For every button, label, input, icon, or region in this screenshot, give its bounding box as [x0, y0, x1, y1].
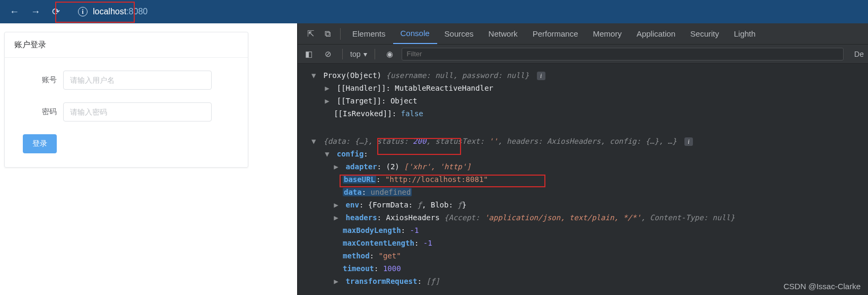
caret-right-icon[interactable]: ▶: [334, 160, 341, 173]
caret-right-icon[interactable]: ▶: [325, 94, 332, 107]
divider: [342, 49, 343, 59]
filter-input[interactable]: [402, 48, 844, 60]
caret-right-icon[interactable]: ▶: [334, 198, 341, 211]
tab-security[interactable]: Security: [683, 23, 726, 44]
caret-right-icon[interactable]: ▶: [325, 82, 332, 94]
address-bar[interactable]: i localhost:8080: [78, 7, 147, 16]
info-badge-icon[interactable]: i: [537, 72, 545, 80]
tab-performance[interactable]: Performance: [525, 23, 586, 44]
url-host: localhost: [93, 7, 126, 16]
login-button[interactable]: 登录: [23, 134, 57, 153]
login-card: 账户登录 账号 密码 登录: [4, 32, 248, 168]
reload-icon[interactable]: ⟳: [52, 6, 60, 18]
devtools-panel: ⇱ ⧉ Elements Console Sources Network Per…: [297, 23, 868, 295]
sidebar-toggle-icon[interactable]: ◧: [302, 49, 316, 59]
tab-memory[interactable]: Memory: [586, 23, 629, 44]
password-input[interactable]: [63, 102, 212, 122]
clear-console-icon[interactable]: ⊘: [321, 49, 335, 59]
levels-label[interactable]: De: [854, 50, 864, 58]
password-label: 密码: [15, 107, 63, 117]
browser-toolbar: ← → ⟳ i localhost:8080: [0, 0, 868, 23]
device-toggle-icon[interactable]: ⧉: [319, 29, 336, 39]
info-icon[interactable]: i: [78, 7, 88, 16]
forward-icon[interactable]: →: [31, 6, 40, 18]
caret-down-icon[interactable]: ▼: [311, 69, 319, 82]
eye-icon[interactable]: ◉: [383, 49, 396, 59]
page-content: 账户登录 账号 密码 登录: [0, 23, 297, 295]
tab-lighthouse[interactable]: Lighth: [726, 23, 763, 44]
caret-right-icon[interactable]: ▶: [334, 275, 341, 288]
back-icon[interactable]: ←: [10, 6, 19, 18]
url-port: :8080: [126, 7, 147, 16]
username-label: 账号: [15, 75, 63, 85]
tab-elements[interactable]: Elements: [345, 23, 393, 44]
divider: [340, 28, 341, 40]
context-label: top: [350, 50, 360, 58]
context-selector[interactable]: top ▾: [350, 50, 367, 58]
tab-sources[interactable]: Sources: [437, 23, 481, 44]
username-input[interactable]: [63, 71, 212, 90]
caret-right-icon[interactable]: ▶: [334, 211, 341, 224]
tab-console[interactable]: Console: [393, 23, 437, 44]
tab-application[interactable]: Application: [629, 23, 683, 44]
caret-down-icon[interactable]: ▼: [325, 148, 332, 160]
card-title: 账户登录: [5, 32, 248, 58]
caret-down-icon[interactable]: ▼: [311, 135, 319, 148]
tab-network[interactable]: Network: [481, 23, 525, 44]
inspect-icon[interactable]: ⇱: [302, 29, 319, 39]
info-badge-icon[interactable]: i: [684, 137, 693, 146]
chevron-down-icon: ▾: [363, 50, 367, 58]
console-toolbar: ◧ ⊘ top ▾ ◉ De: [298, 45, 868, 64]
watermark: CSDN @Issac-Clarke: [784, 282, 861, 291]
divider: [375, 49, 375, 59]
devtools-tabs: ⇱ ⧉ Elements Console Sources Network Per…: [298, 23, 868, 45]
console-output[interactable]: ▼ Proxy(Object) {username: null, passwor…: [298, 64, 868, 295]
